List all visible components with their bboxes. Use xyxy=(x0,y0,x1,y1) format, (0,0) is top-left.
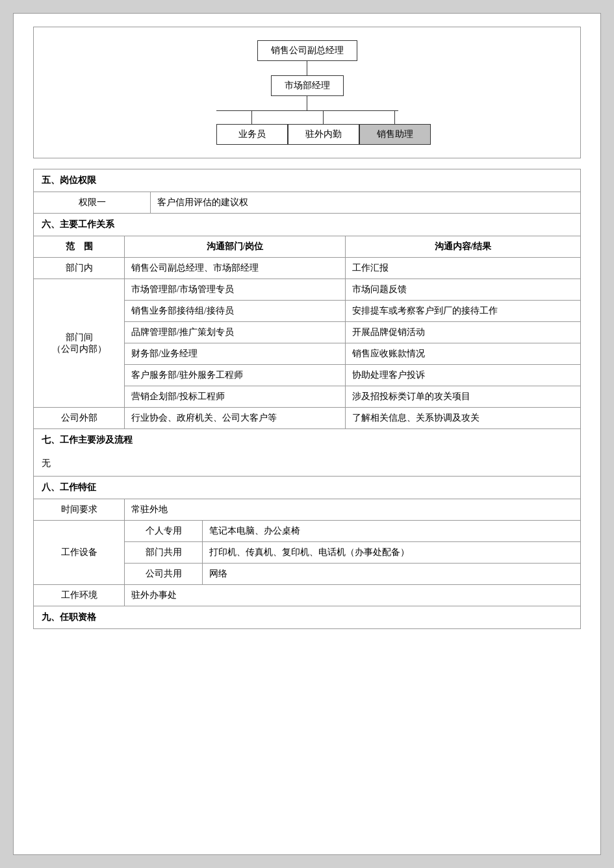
dept-inter-6: 营销企划部/投标工程师 xyxy=(125,386,346,408)
org-chart-section: 销售公司副总经理 市场部经理 业务员 xyxy=(33,27,581,158)
content-inter-5: 协助处理客户投诉 xyxy=(346,365,581,386)
table-row: 部门内 销售公司副总经理、市场部经理 工作汇报 xyxy=(34,258,581,279)
equip-dept-content: 打印机、传真机、复印机、电话机（办事处配备） xyxy=(203,542,581,564)
section9-block: 九、任职资格 xyxy=(33,606,581,629)
auth-label: 权限一 xyxy=(34,192,151,214)
section9-header: 九、任职资格 xyxy=(33,606,581,629)
table-row: 工作设备 个人专用 笔记本电脑、办公桌椅 xyxy=(34,521,581,542)
content-inter-6: 涉及招投标类订单的攻关项目 xyxy=(346,386,581,408)
table-row: 部门间 （公司内部） 市场管理部/市场管理专员 市场问题反馈 xyxy=(34,279,581,301)
children-row: 业务员 驻外内勤 销售助理 xyxy=(216,111,398,145)
section7-block: 七、工作主要涉及流程 无 xyxy=(33,429,581,477)
env-content: 驻外办事处 xyxy=(125,585,581,606)
child-col-1: 业务员 xyxy=(216,111,288,145)
section5-table: 权限一 客户信用评估的建议权 xyxy=(33,192,581,214)
content-inter-2: 安排提车或考察客户到厂的接待工作 xyxy=(346,301,581,322)
child-col-2: 驻外内勤 xyxy=(288,111,359,145)
dept-neibumen: 销售公司副总经理、市场部经理 xyxy=(125,258,346,279)
section5-block: 五、岗位权限 权限一 客户信用评估的建议权 xyxy=(33,169,581,214)
page: 销售公司副总经理 市场部经理 业务员 xyxy=(13,13,601,855)
section6-table: 范 围 沟通部门/岗位 沟通内容/结果 部门内 销售公司副总经理、市场部经理 工… xyxy=(33,236,581,429)
content-inter-4: 销售应收账款情况 xyxy=(346,343,581,365)
time-content: 常驻外地 xyxy=(125,499,581,521)
env-label: 工作环境 xyxy=(34,585,125,606)
dept-inter-4: 财务部/业务经理 xyxy=(125,343,346,365)
v-c1 xyxy=(251,111,252,124)
table-row: 公司外部 行业协会、政府机关、公司大客户等 了解相关信息、关系协调及攻关 xyxy=(34,408,581,429)
v-c3 xyxy=(394,111,395,124)
section8-header: 八、工作特征 xyxy=(33,477,581,499)
section6-header-row: 范 围 沟通部门/岗位 沟通内容/结果 xyxy=(34,236,581,258)
section6-block: 六、主要工作关系 范 围 沟通部门/岗位 沟通内容/结果 部门内 销售公司副总经… xyxy=(33,214,581,429)
org-box-level2: 市场部经理 xyxy=(271,75,344,96)
equip-personal-label: 个人专用 xyxy=(125,521,203,542)
content-neibumen: 工作汇报 xyxy=(346,258,581,279)
col-scope: 范 围 xyxy=(34,236,125,258)
dept-inter-5: 客户服务部/驻外服务工程师 xyxy=(125,365,346,386)
dept-inter-3: 品牌管理部/推广策划专员 xyxy=(125,322,346,343)
section8-table: 时间要求 常驻外地 工作设备 个人专用 笔记本电脑、办公桌椅 部门共用 打印机、… xyxy=(33,499,581,606)
dept-inter-2: 销售业务部接待组/接待员 xyxy=(125,301,346,322)
scope-external: 公司外部 xyxy=(34,408,125,429)
table-row: 时间要求 常驻外地 xyxy=(34,499,581,521)
time-label: 时间要求 xyxy=(34,499,125,521)
equip-company-label: 公司共用 xyxy=(125,564,203,585)
org-box-child3: 销售助理 xyxy=(359,124,431,145)
equip-company-content: 网络 xyxy=(203,564,581,585)
col-content: 沟通内容/结果 xyxy=(346,236,581,258)
col-dept: 沟通部门/岗位 xyxy=(125,236,346,258)
org-box-level1: 销售公司副总经理 xyxy=(257,40,357,61)
table-row: 工作环境 驻外办事处 xyxy=(34,585,581,606)
section7-content: 无 xyxy=(33,451,581,477)
org-box-child1: 业务员 xyxy=(216,124,288,145)
section7-header: 七、工作主要涉及流程 xyxy=(33,429,581,451)
child-col-3: 销售助理 xyxy=(359,111,431,145)
equip-dept-label: 部门共用 xyxy=(125,542,203,564)
section6-header: 六、主要工作关系 xyxy=(33,214,581,236)
content-inter-3: 开展品牌促销活动 xyxy=(346,322,581,343)
org-chart: 销售公司副总经理 市场部经理 业务员 xyxy=(40,40,574,145)
content-external: 了解相关信息、关系协调及攻关 xyxy=(346,408,581,429)
scope-neibumen: 部门内 xyxy=(34,258,125,279)
section8-block: 八、工作特征 时间要求 常驻外地 工作设备 个人专用 笔记本电脑、办公桌椅 部门… xyxy=(33,477,581,606)
dept-inter-1: 市场管理部/市场管理专员 xyxy=(125,279,346,301)
equip-label: 工作设备 xyxy=(34,521,125,585)
v-c2 xyxy=(323,111,324,124)
equip-personal-content: 笔记本电脑、办公桌椅 xyxy=(203,521,581,542)
scope-inter: 部门间 （公司内部） xyxy=(34,279,125,408)
v-connector-1 xyxy=(307,61,307,75)
auth-content: 客户信用评估的建议权 xyxy=(151,192,581,214)
dept-external: 行业协会、政府机关、公司大客户等 xyxy=(125,408,346,429)
section5-header: 五、岗位权限 xyxy=(33,169,581,192)
table-row: 权限一 客户信用评估的建议权 xyxy=(34,192,581,214)
content-inter-1: 市场问题反馈 xyxy=(346,279,581,301)
children-container: 业务员 驻外内勤 销售助理 xyxy=(216,110,398,145)
org-box-child2: 驻外内勤 xyxy=(288,124,359,145)
v-connector-2 xyxy=(307,96,307,110)
